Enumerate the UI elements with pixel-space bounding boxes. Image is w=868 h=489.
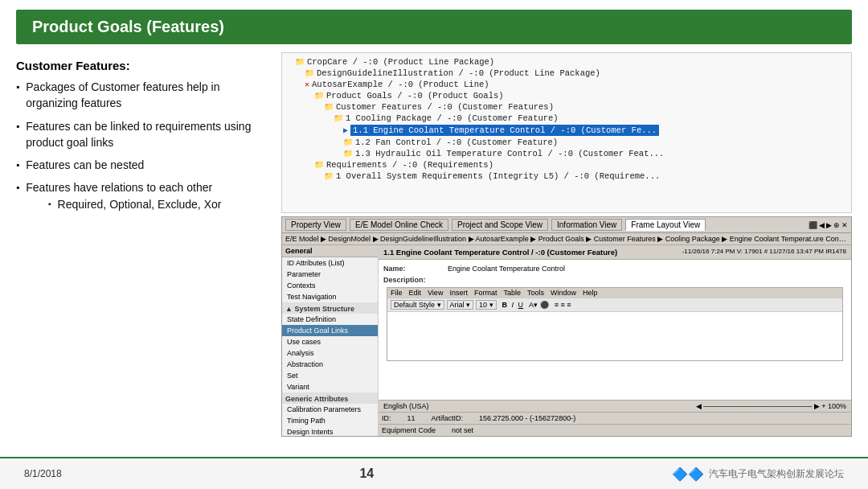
breadcrumb-text: E/E Model ▶ DesignModel ▶ DesignGuidelin… — [285, 235, 849, 243]
folder-icon: 📁 — [343, 138, 353, 147]
ss-sidebar-product-goal-links[interactable]: Product Goal Links — [282, 325, 378, 336]
tab-frame-layout[interactable]: Frame Layout View — [625, 219, 706, 231]
toolbar-icon-3[interactable]: ▶ — [826, 221, 832, 229]
style-dropdown[interactable]: Default Style ▾ — [391, 300, 444, 310]
language-indicator: English (USA) — [383, 402, 429, 410]
sub-bullet-list: Required, Optional, Exclude, Xor — [16, 196, 265, 212]
ss-form-desc-row: Description: — [383, 276, 846, 284]
screenshot-breadcrumb: E/E Model ▶ DesignModel ▶ DesignGuidelin… — [282, 233, 851, 245]
folder-icon: 📁 — [305, 68, 314, 78]
italic-button[interactable]: I — [512, 301, 514, 309]
menu-help[interactable]: Help — [583, 289, 598, 297]
ss-sidebar-id-attributes[interactable]: ID Attributes (List) — [282, 257, 378, 269]
right-panel: 📁 CropCare / -:0 (Product Line Package) … — [281, 52, 852, 437]
ss-text-editor[interactable]: File Edit View Insert Format Table Tools… — [387, 287, 843, 361]
tree-item: 📁 1.3 Hydraulic Oil Temperature Control … — [285, 148, 848, 159]
id-label: ID: — [382, 414, 391, 422]
equipment-value: not set — [452, 426, 473, 434]
menu-table[interactable]: Table — [503, 289, 521, 297]
artifact-label: ArtifactID: — [432, 414, 464, 422]
ss-sidebar-abstraction[interactable]: Abstraction — [282, 359, 378, 370]
ss-text-content-area[interactable] — [387, 312, 842, 360]
color-palette: A▾ ⚫ — [529, 301, 549, 309]
ss-title-text: 1.1 Engine Coolant Temperature Control /… — [383, 248, 617, 257]
ss-sidebar-test-nav[interactable]: Test Navigation — [282, 291, 378, 302]
artifact-value: 156.2725.000 - (-156272800-) — [479, 414, 575, 422]
tab-property-view[interactable]: Property View — [285, 219, 346, 231]
toolbar-icon-5[interactable]: ✕ — [841, 221, 848, 229]
cross-icon: ✕ — [305, 80, 309, 89]
toolbar-icon-1[interactable]: ⬛ — [809, 221, 817, 229]
ss-status-row: ID: 11 ArtifactID: 156.2725.000 - (-1562… — [379, 412, 851, 424]
tree-item-text: DesignGuidelineIllustration / -:0 (Produ… — [317, 68, 600, 78]
menu-tools[interactable]: Tools — [527, 289, 544, 297]
toolbar-icon-4[interactable]: ⊕ — [833, 221, 840, 229]
list-item: Features have relations to each other — [16, 179, 265, 195]
tree-item-selected[interactable]: ▶ 1.1 Engine Coolant Temperature Control… — [285, 124, 848, 137]
screenshot-body: General ID Attributes (List) Parameter C… — [282, 245, 851, 436]
ss-equipment-row: Equipment Code not set — [379, 424, 851, 436]
menu-view[interactable]: View — [428, 289, 443, 297]
ss-form-desc-label: Description: — [383, 276, 448, 284]
main-content: Customer Features: Packages of Customer … — [0, 44, 868, 437]
tree-item-text: Product Goals / -:0 (Product Goals) — [326, 91, 504, 101]
tab-project-scope[interactable]: Project and Scope View — [452, 219, 548, 231]
slide-header: Product Goals (Features) — [16, 10, 852, 44]
tab-information[interactable]: Information View — [551, 219, 622, 231]
tree-item-text: CropCare / -:0 (Product Line Package) — [307, 57, 494, 67]
list-item: Packages of Customer features help in or… — [16, 79, 265, 112]
list-item: Features can be linked to requirements u… — [16, 118, 265, 151]
menu-window[interactable]: Window — [551, 289, 576, 297]
equipment-label: Equipment Code — [382, 426, 436, 434]
ss-form: Name: Engine Coolant Temperature Control… — [379, 260, 851, 400]
ss-sidebar-design-intents[interactable]: Design Intents — [282, 426, 378, 436]
ss-sidebar-parameter[interactable]: Parameter — [282, 269, 378, 280]
ss-form-name-label: Name: — [383, 265, 448, 273]
menu-edit[interactable]: Edit — [409, 289, 422, 297]
tree-item: 📁 Requirements / -:0 (Requirements) — [285, 159, 848, 171]
folder-icon: 📁 — [324, 171, 334, 181]
tree-item: 📁 Product Goals / -:0 (Product Goals) — [285, 90, 848, 101]
ss-sidebar-set[interactable]: Set — [282, 370, 378, 381]
tree-item-text: 1 Cooling Package / -:0 (Customer Featur… — [346, 113, 559, 123]
ss-sidebar-use-cases[interactable]: Use cases — [282, 336, 378, 347]
tree-panel[interactable]: 📁 CropCare / -:0 (Product Line Package) … — [281, 52, 852, 213]
size-dropdown[interactable]: 10 ▾ — [476, 300, 497, 310]
bold-button[interactable]: B — [502, 301, 508, 309]
sub-list-item-text: Required, Optional, Exclude, Xor — [58, 196, 222, 212]
tree-item: 📁 Customer Features / -:0 (Customer Feat… — [285, 101, 848, 113]
logo-text: 汽车电子电气架构创新发展论坛 — [709, 467, 844, 481]
align-buttons: ≡ ≡ ≡ — [555, 301, 571, 309]
tree-item-text: Customer Features / -:0 (Customer Featur… — [336, 102, 554, 112]
toolbar-icon-2[interactable]: ◀ — [819, 221, 825, 229]
ss-sidebar-timing[interactable]: Timing Path — [282, 415, 378, 426]
list-item: Features can be nested — [16, 157, 265, 173]
footer-date: 8/1/2018 — [24, 468, 62, 479]
ss-form-name-row: Name: Engine Coolant Temperature Control — [383, 265, 846, 273]
folder-icon: 📁 — [334, 113, 343, 123]
list-item-text: Features have relations to each other — [26, 179, 212, 195]
menu-format[interactable]: Format — [474, 289, 497, 297]
underline-button[interactable]: U — [518, 301, 524, 309]
screenshot-panel: Property View E/E Model Online Check Pro… — [281, 216, 852, 437]
list-item-text: Features can be nested — [26, 157, 144, 173]
ss-sidebar-header: General — [282, 245, 378, 257]
ss-sidebar-contexts[interactable]: Contexts — [282, 280, 378, 291]
id-value: 11 — [407, 414, 416, 422]
menu-insert[interactable]: Insert — [449, 289, 468, 297]
screenshot-toolbar: Property View E/E Model Online Check Pro… — [282, 217, 851, 233]
ss-sidebar-calibration[interactable]: Calibration Parameters — [282, 404, 378, 415]
ss-sidebar-analysis[interactable]: Analysis — [282, 347, 378, 359]
ss-sidebar-variant[interactable]: Variant — [282, 381, 378, 392]
ss-sidebar: General ID Attributes (List) Parameter C… — [282, 245, 379, 436]
ss-bottom-bar: English (USA) ◀ ——————————————— ▶ + 100% — [379, 400, 851, 412]
list-item-text: Packages of Customer features help in or… — [26, 79, 265, 112]
menu-file[interactable]: File — [391, 289, 403, 297]
ss-sidebar-section-system: ▲ System Structure — [282, 302, 378, 314]
ss-sidebar-state-def[interactable]: State Definition — [282, 314, 378, 325]
footer-page: 14 — [359, 466, 374, 481]
tab-ee-model[interactable]: E/E Model Online Check — [350, 219, 448, 231]
ss-text-toolbar: Default Style ▾ Arial ▾ 10 ▾ B I U A▾ ⚫ … — [387, 298, 842, 312]
font-dropdown[interactable]: Arial ▾ — [447, 300, 474, 310]
folder-icon: 📁 — [314, 91, 324, 101]
